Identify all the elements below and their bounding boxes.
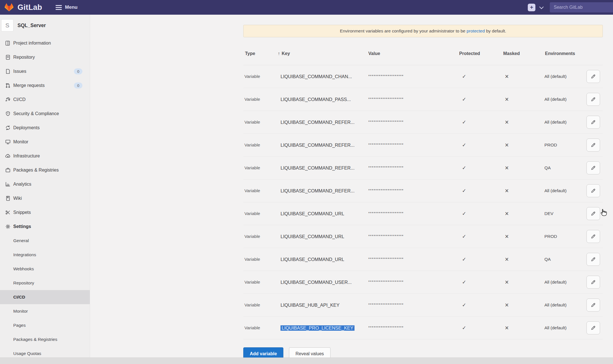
sidebar-subitem-webhooks[interactable]: Webhooks bbox=[0, 262, 90, 276]
edit-variable-button[interactable] bbox=[586, 161, 600, 174]
edit-cell bbox=[583, 139, 603, 152]
edit-variable-button[interactable] bbox=[586, 93, 600, 106]
variable-type: Variable bbox=[243, 120, 276, 125]
packages-registries-icon bbox=[5, 167, 11, 173]
protected-check-icon: ✓ bbox=[457, 165, 502, 171]
column-header-masked: Masked bbox=[502, 51, 543, 56]
variable-type: Variable bbox=[243, 97, 276, 102]
variable-row: VariableLIQUIBASE_COMMAND_REFER...******… bbox=[243, 157, 603, 179]
variable-environment: All (default) bbox=[543, 188, 583, 193]
edit-cell bbox=[583, 93, 603, 106]
variable-environment: All (default) bbox=[543, 74, 583, 79]
edit-variable-button[interactable] bbox=[586, 299, 600, 312]
sidebar-item-label: Analytics bbox=[13, 182, 31, 187]
variable-type: Variable bbox=[243, 234, 276, 239]
variable-environment: QA bbox=[543, 257, 583, 262]
edit-variable-button[interactable] bbox=[586, 230, 600, 243]
edit-cell bbox=[583, 276, 603, 289]
sidebar-item-snippets[interactable]: Snippets bbox=[0, 205, 90, 220]
masked-x-icon: × bbox=[502, 165, 543, 171]
ci-cd-icon bbox=[5, 97, 11, 102]
sidebar-item-wiki[interactable]: Wiki bbox=[0, 191, 90, 205]
search-input[interactable] bbox=[550, 2, 613, 12]
gitlab-logo-icon[interactable] bbox=[4, 3, 14, 12]
sidebar-item-deployments[interactable]: Deployments bbox=[0, 121, 90, 135]
protected-check-icon: ✓ bbox=[457, 96, 502, 102]
sidebar-subitem-ci-cd[interactable]: CI/CD bbox=[0, 290, 90, 304]
column-header-value: Value bbox=[367, 51, 457, 56]
edit-cell bbox=[583, 230, 603, 243]
variable-environment: All (default) bbox=[543, 280, 583, 285]
sidebar-project-header[interactable]: S SQL_Server bbox=[0, 15, 90, 36]
sidebar-item-label: Snippets bbox=[13, 210, 31, 215]
protected-check-icon: ✓ bbox=[457, 256, 502, 262]
variable-row: VariableLIQUIBASE_COMMAND_URL***********… bbox=[243, 225, 603, 248]
variable-row: VariableLIQUIBASE_COMMAND_REFER...******… bbox=[243, 134, 603, 157]
main-area: Environment variables are configured by … bbox=[90, 15, 613, 364]
sidebar-subitem-integrations[interactable]: Integrations bbox=[0, 248, 90, 262]
edit-variable-button[interactable] bbox=[586, 253, 600, 266]
project-name[interactable]: SQL_Server bbox=[17, 23, 46, 28]
protected-check-icon: ✓ bbox=[457, 325, 502, 331]
variable-type: Variable bbox=[243, 188, 276, 193]
variable-row: VariableLIQUIBASE_COMMAND_URL***********… bbox=[243, 202, 603, 225]
masked-x-icon: × bbox=[502, 256, 543, 263]
sidebar-item-repository[interactable]: Repository bbox=[0, 50, 90, 64]
table-header-row: Type ↑ Key Value Protected Masked Enviro… bbox=[243, 37, 603, 65]
variable-masked-value: ******************** bbox=[367, 280, 457, 284]
column-header-key[interactable]: ↑ Key bbox=[276, 51, 367, 56]
sidebar-item-issues[interactable]: Issues0 bbox=[0, 64, 90, 78]
variable-row: VariableLIQUIBASE_COMMAND_USER...*******… bbox=[243, 271, 603, 294]
variables-table-body: VariableLIQUIBASE_COMMAND_CHAN...*******… bbox=[243, 65, 603, 339]
topbar-right-group: + bbox=[528, 2, 613, 12]
sidebar-item-project-information[interactable]: Project information bbox=[0, 36, 90, 50]
edit-cell bbox=[583, 70, 603, 83]
masked-x-icon: × bbox=[502, 233, 543, 240]
variables-panel: Environment variables are configured by … bbox=[243, 15, 603, 360]
variable-masked-value: ******************** bbox=[367, 165, 457, 170]
edit-variable-button[interactable] bbox=[586, 116, 600, 129]
sidebar-item-infrastructure[interactable]: Infrastructure bbox=[0, 149, 90, 163]
masked-x-icon: × bbox=[502, 96, 543, 103]
banner-text: Environment variables are configured by … bbox=[340, 28, 467, 33]
sidebar-subitem-packages-registries[interactable]: Packages & Registries bbox=[0, 332, 90, 347]
menu-button[interactable]: Menu bbox=[54, 4, 79, 10]
new-item-plus-icon[interactable]: + bbox=[528, 4, 535, 11]
protected-link[interactable]: protected bbox=[467, 28, 485, 33]
sidebar-subitem-general[interactable]: General bbox=[0, 234, 90, 248]
variable-key: LIQUIBASE_COMMAND_URL bbox=[276, 211, 367, 216]
edit-cell bbox=[583, 184, 603, 197]
edit-variable-button[interactable] bbox=[586, 70, 600, 83]
sidebar-item-packages-registries[interactable]: Packages & Registries bbox=[0, 163, 90, 177]
sidebar-item-ci-cd[interactable]: CI/CD bbox=[0, 93, 90, 107]
sidebar-item-label: Issues bbox=[13, 69, 26, 74]
variable-row: VariableLIQUIBASE_HUB_API_KEY***********… bbox=[243, 294, 603, 317]
project-avatar[interactable]: S bbox=[1, 19, 14, 32]
variable-row: VariableLIQUIBASE_PRO_LICENSE_KEY*******… bbox=[243, 317, 603, 339]
chevron-down-icon[interactable] bbox=[539, 5, 544, 9]
edit-variable-button[interactable] bbox=[586, 139, 600, 152]
edit-variable-button[interactable] bbox=[586, 276, 600, 289]
protected-check-icon: ✓ bbox=[457, 210, 502, 217]
sidebar-subitem-repository[interactable]: Repository bbox=[0, 276, 90, 290]
edit-cell bbox=[583, 299, 603, 312]
edit-variable-button[interactable] bbox=[586, 321, 600, 334]
edit-variable-button[interactable] bbox=[586, 207, 600, 220]
sidebar-item-settings[interactable]: Settings bbox=[0, 220, 90, 234]
masked-x-icon: × bbox=[502, 119, 543, 126]
sidebar-item-label: Wiki bbox=[13, 196, 22, 201]
brand-title[interactable]: GitLab bbox=[17, 3, 42, 12]
variable-row: VariableLIQUIBASE_COMMAND_REFER...******… bbox=[243, 111, 603, 134]
sidebar-item-merge-requests[interactable]: Merge requests0 bbox=[0, 78, 90, 93]
sidebar-subitem-monitor[interactable]: Monitor bbox=[0, 304, 90, 318]
sidebar-item-security-compliance[interactable]: Security & Compliance bbox=[0, 107, 90, 121]
variable-type: Variable bbox=[243, 325, 276, 330]
sidebar-item-analytics[interactable]: Analytics bbox=[0, 177, 90, 191]
sidebar-item-monitor[interactable]: Monitor bbox=[0, 135, 90, 149]
variable-masked-value: ******************** bbox=[367, 211, 457, 215]
edit-variable-button[interactable] bbox=[586, 184, 600, 197]
edit-cell bbox=[583, 321, 603, 334]
variable-masked-value: ******************** bbox=[367, 120, 457, 124]
sidebar-subitem-pages[interactable]: Pages bbox=[0, 318, 90, 332]
variable-masked-value: ******************** bbox=[367, 142, 457, 147]
